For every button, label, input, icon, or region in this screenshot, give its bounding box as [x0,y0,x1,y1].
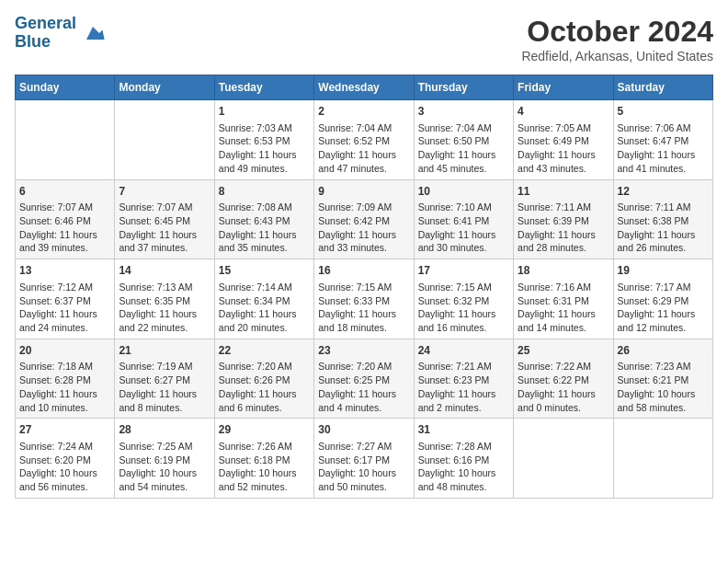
day-number: 16 [318,263,409,279]
calendar-cell: 26Sunrise: 7:23 AM Sunset: 6:21 PM Dayli… [613,339,712,419]
day-number: 22 [219,343,310,359]
day-number: 29 [219,422,310,438]
weekday-label: Thursday [414,75,513,100]
calendar-cell: 15Sunrise: 7:14 AM Sunset: 6:34 PM Dayli… [214,259,313,339]
day-number: 13 [19,263,110,279]
day-number: 19 [618,263,709,279]
day-number: 1 [219,104,310,120]
weekday-label: Friday [514,75,613,100]
day-detail: Sunrise: 7:16 AM Sunset: 6:31 PM Dayligh… [518,281,609,335]
calendar-cell: 12Sunrise: 7:11 AM Sunset: 6:38 PM Dayli… [613,179,712,259]
day-detail: Sunrise: 7:10 AM Sunset: 6:41 PM Dayligh… [418,201,509,255]
page-header: General Blue October 2024 Redfield, Arka… [15,15,713,63]
day-number: 23 [318,343,409,359]
day-detail: Sunrise: 7:25 AM Sunset: 6:19 PM Dayligh… [119,440,210,494]
calendar-cell: 4Sunrise: 7:05 AM Sunset: 6:49 PM Daylig… [514,100,613,180]
day-detail: Sunrise: 7:19 AM Sunset: 6:27 PM Dayligh… [119,360,210,414]
calendar-cell: 13Sunrise: 7:12 AM Sunset: 6:37 PM Dayli… [16,259,115,339]
calendar-cell: 18Sunrise: 7:16 AM Sunset: 6:31 PM Dayli… [514,259,613,339]
day-detail: Sunrise: 7:04 AM Sunset: 6:52 PM Dayligh… [318,121,409,176]
day-detail: Sunrise: 7:11 AM Sunset: 6:38 PM Dayligh… [618,201,709,255]
calendar-table: SundayMondayTuesdayWednesdayThursdayFrid… [15,75,713,499]
day-detail: Sunrise: 7:09 AM Sunset: 6:42 PM Dayligh… [318,201,409,255]
day-detail: Sunrise: 7:23 AM Sunset: 6:21 PM Dayligh… [618,360,709,414]
day-detail: Sunrise: 7:14 AM Sunset: 6:34 PM Dayligh… [219,281,310,335]
page-title: October 2024 [521,15,713,49]
day-detail: Sunrise: 7:04 AM Sunset: 6:50 PM Dayligh… [418,121,509,176]
day-detail: Sunrise: 7:07 AM Sunset: 6:46 PM Dayligh… [19,201,110,255]
day-detail: Sunrise: 7:07 AM Sunset: 6:45 PM Dayligh… [119,201,210,255]
day-detail: Sunrise: 7:27 AM Sunset: 6:17 PM Dayligh… [318,440,409,494]
calendar-cell: 1Sunrise: 7:03 AM Sunset: 6:53 PM Daylig… [214,100,313,180]
day-number: 4 [518,104,609,120]
calendar-cell: 7Sunrise: 7:07 AM Sunset: 6:45 PM Daylig… [115,179,214,259]
calendar-week-row: 13Sunrise: 7:12 AM Sunset: 6:37 PM Dayli… [16,259,713,339]
logo-text: General Blue [15,15,76,52]
calendar-cell: 8Sunrise: 7:08 AM Sunset: 6:43 PM Daylig… [214,179,313,259]
weekday-header-row: SundayMondayTuesdayWednesdayThursdayFrid… [16,75,713,100]
day-detail: Sunrise: 7:15 AM Sunset: 6:33 PM Dayligh… [318,281,409,335]
calendar-cell: 5Sunrise: 7:06 AM Sunset: 6:47 PM Daylig… [613,100,712,180]
calendar-week-row: 27Sunrise: 7:24 AM Sunset: 6:20 PM Dayli… [16,419,713,499]
calendar-cell: 23Sunrise: 7:20 AM Sunset: 6:25 PM Dayli… [314,339,414,419]
calendar-cell [514,419,613,499]
weekday-label: Wednesday [314,75,414,100]
day-number: 30 [318,422,409,438]
logo-icon [80,20,106,46]
day-detail: Sunrise: 7:24 AM Sunset: 6:20 PM Dayligh… [19,440,110,494]
calendar-cell: 11Sunrise: 7:11 AM Sunset: 6:39 PM Dayli… [514,179,613,259]
calendar-cell: 17Sunrise: 7:15 AM Sunset: 6:32 PM Dayli… [414,259,513,339]
day-number: 27 [19,422,110,438]
day-number: 7 [119,184,210,200]
calendar-cell: 25Sunrise: 7:22 AM Sunset: 6:22 PM Dayli… [514,339,613,419]
calendar-cell: 9Sunrise: 7:09 AM Sunset: 6:42 PM Daylig… [314,179,414,259]
day-number: 8 [219,184,310,200]
calendar-week-row: 6Sunrise: 7:07 AM Sunset: 6:46 PM Daylig… [16,179,713,259]
day-detail: Sunrise: 7:21 AM Sunset: 6:23 PM Dayligh… [418,360,509,414]
day-detail: Sunrise: 7:20 AM Sunset: 6:26 PM Dayligh… [219,360,310,414]
calendar-cell: 14Sunrise: 7:13 AM Sunset: 6:35 PM Dayli… [115,259,214,339]
day-detail: Sunrise: 7:05 AM Sunset: 6:49 PM Dayligh… [518,121,609,176]
calendar-cell: 22Sunrise: 7:20 AM Sunset: 6:26 PM Dayli… [214,339,313,419]
calendar-cell: 2Sunrise: 7:04 AM Sunset: 6:52 PM Daylig… [314,100,414,180]
calendar-body: 1Sunrise: 7:03 AM Sunset: 6:53 PM Daylig… [16,100,713,499]
calendar-week-row: 1Sunrise: 7:03 AM Sunset: 6:53 PM Daylig… [16,100,713,180]
calendar-cell: 31Sunrise: 7:28 AM Sunset: 6:16 PM Dayli… [414,419,513,499]
day-number: 28 [119,422,210,438]
day-number: 31 [418,422,509,438]
day-detail: Sunrise: 7:06 AM Sunset: 6:47 PM Dayligh… [618,121,709,176]
day-detail: Sunrise: 7:15 AM Sunset: 6:32 PM Dayligh… [418,281,509,335]
day-number: 18 [518,263,609,279]
calendar-cell: 16Sunrise: 7:15 AM Sunset: 6:33 PM Dayli… [314,259,414,339]
day-number: 6 [19,184,110,200]
day-number: 25 [518,343,609,359]
day-number: 24 [418,343,509,359]
page-subtitle: Redfield, Arkansas, United States [521,49,713,63]
calendar-cell [16,100,115,180]
calendar-week-row: 20Sunrise: 7:18 AM Sunset: 6:28 PM Dayli… [16,339,713,419]
day-number: 2 [318,104,409,120]
day-number: 10 [418,184,509,200]
day-number: 26 [618,343,709,359]
day-detail: Sunrise: 7:13 AM Sunset: 6:35 PM Dayligh… [119,281,210,335]
calendar-cell: 21Sunrise: 7:19 AM Sunset: 6:27 PM Dayli… [115,339,214,419]
day-detail: Sunrise: 7:12 AM Sunset: 6:37 PM Dayligh… [19,281,110,335]
day-number: 15 [219,263,310,279]
calendar-cell: 24Sunrise: 7:21 AM Sunset: 6:23 PM Dayli… [414,339,513,419]
calendar-cell: 27Sunrise: 7:24 AM Sunset: 6:20 PM Dayli… [16,419,115,499]
day-detail: Sunrise: 7:18 AM Sunset: 6:28 PM Dayligh… [19,360,110,414]
day-number: 21 [119,343,210,359]
weekday-label: Saturday [613,75,712,100]
day-number: 14 [119,263,210,279]
day-number: 9 [318,184,409,200]
calendar-cell [613,419,712,499]
day-number: 17 [418,263,509,279]
calendar-cell: 29Sunrise: 7:26 AM Sunset: 6:18 PM Dayli… [214,419,313,499]
title-block: October 2024 Redfield, Arkansas, United … [521,15,713,63]
day-detail: Sunrise: 7:17 AM Sunset: 6:29 PM Dayligh… [618,281,709,335]
calendar-cell [115,100,214,180]
day-number: 12 [618,184,709,200]
svg-marker-0 [86,27,105,40]
day-number: 11 [518,184,609,200]
day-number: 3 [418,104,509,120]
